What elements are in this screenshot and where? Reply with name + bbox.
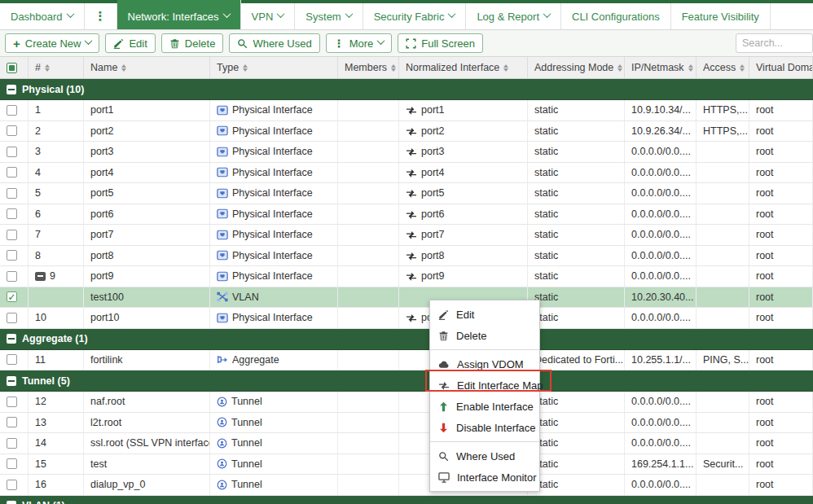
interface-type: Tunnel (231, 437, 262, 449)
interface-map-icon (406, 147, 417, 156)
nav-tab-log-report[interactable]: Log & Report (466, 3, 561, 29)
row-checkbox[interactable] (7, 480, 17, 490)
table-row[interactable]: 15testTunnelstatic169.254.1.1...Securit.… (0, 454, 813, 476)
column-header-access[interactable]: Access (697, 57, 749, 78)
row-checkbox[interactable] (7, 147, 17, 157)
nav-tab-cli-configurations[interactable]: CLI Configurations (561, 3, 671, 29)
table-row[interactable]: 3port3Physical Interfaceport3static0.0.0… (0, 142, 813, 163)
nav-tab-network-interfaces[interactable]: Network: Interfaces (117, 0, 241, 29)
section-header-tunnel[interactable]: Tunnel (5) (0, 370, 813, 392)
toolbar-where-used-button[interactable]: Where Used (229, 33, 319, 53)
table-row[interactable]: 8port8Physical Interfaceport8static0.0.0… (0, 246, 813, 267)
menu-item-interface-monitor[interactable]: Interface Monitor (430, 467, 539, 488)
nav-tab-dashboard[interactable]: Dashboard (0, 3, 85, 29)
nav-tab-label: VPN (252, 11, 274, 23)
row-vdom-cell: root (749, 225, 813, 245)
menu-item-edit[interactable]: Edit (430, 304, 539, 325)
select-all-header[interactable] (0, 57, 29, 78)
table-row[interactable]: 4port4Physical Interfaceport4static0.0.0… (0, 163, 813, 184)
chevron-down-icon (345, 10, 353, 18)
nav-tab-security-fabric[interactable]: Security Fabric (363, 3, 467, 29)
row-vdom-cell: root (749, 100, 813, 121)
column-header-normalized-interface[interactable]: Normalized Interface (399, 57, 528, 78)
menu-item-edit-interface-map[interactable]: Edit Interface Map (430, 375, 539, 396)
row-checkbox[interactable] (7, 250, 17, 261)
table-row[interactable]: 16dialup_vp_0Tunnelstatic0.0.0.0/0.0....… (0, 475, 813, 496)
menu-item-enable-interface[interactable]: Enable Interface (430, 396, 539, 417)
sort-icon (740, 64, 745, 72)
table-row[interactable]: 14ssl.root (SSL VPN interface)Tunnelstat… (0, 433, 813, 454)
aggregate-icon (217, 354, 228, 365)
table-row[interactable]: 1port1Physical Interfaceport1static10.9.… (0, 100, 813, 121)
column-header-type[interactable]: Type (210, 57, 338, 78)
row-checkbox[interactable] (7, 230, 17, 240)
column-header-members[interactable]: Members (338, 57, 399, 78)
column-header-addressing-mode[interactable]: Addressing Mode (528, 57, 625, 78)
row-type-cell: Tunnel (210, 413, 338, 433)
nav-tab-label: Network: Interfaces (128, 11, 219, 23)
toolbar-delete-button[interactable]: Delete (161, 33, 224, 53)
normalized-interface: port4 (421, 167, 445, 178)
menu-item-assign-vdom[interactable]: Assign VDOM (430, 353, 539, 375)
normalized-interface: port3 (421, 146, 445, 157)
toolbar-edit-button[interactable]: Edit (105, 33, 155, 53)
nav-tab-feature-visibility[interactable]: Feature Visibility (671, 3, 771, 29)
table-row[interactable]: 7port7Physical Interfaceport7static0.0.0… (0, 225, 813, 246)
column-header-name[interactable]: Name (84, 57, 210, 78)
normalized-interface: port6 (421, 208, 445, 220)
row-vdom-cell: root (749, 204, 813, 225)
row-select-cell (0, 225, 29, 245)
row-checkbox[interactable] (7, 208, 17, 219)
table-row[interactable]: 6port6Physical Interfaceport6static0.0.0… (0, 204, 813, 226)
section-header-vlan[interactable]: VLAN (1) (0, 496, 813, 504)
row-checkbox[interactable] (7, 105, 17, 116)
row-select-cell (0, 392, 29, 412)
menu-item-where-used[interactable]: Where Used (430, 445, 539, 467)
table-row[interactable]: 11fortilinkAggregateDedicated to Forti..… (0, 350, 813, 371)
row-checkbox[interactable] (7, 397, 17, 407)
table-row[interactable]: 10port10Physical Interfaceport10static0.… (0, 308, 813, 329)
row-members-cell (338, 225, 399, 245)
select-all-checkbox[interactable] (7, 63, 17, 73)
row-checkbox[interactable] (7, 125, 17, 136)
ip-netmask: 0.0.0.0/0.0.... (631, 396, 691, 407)
row-checkbox[interactable] (7, 458, 17, 469)
row-number: 2 (35, 125, 41, 137)
row-type-cell: Physical Interface (210, 183, 338, 204)
row-checkbox[interactable] (7, 313, 17, 323)
table-row[interactable]: 2port2Physical Interfaceport2static10.9.… (0, 121, 813, 142)
menu-item-disable-interface[interactable]: Disable Interface (430, 417, 539, 438)
section-header-physical[interactable]: Physical (10) (0, 79, 813, 100)
table-row[interactable]: 13l2t.rootTunnelstatic0.0.0.0/0.0....roo… (0, 413, 813, 434)
column-label: Type (217, 62, 239, 73)
row-checkbox[interactable] (7, 167, 17, 177)
row-checkbox[interactable]: ✓ (7, 291, 17, 302)
toolbar-more-button[interactable]: ⋮More (326, 33, 393, 53)
toolbar-full-screen-button[interactable]: Full Screen (398, 33, 483, 53)
column-header--[interactable]: # (29, 57, 84, 78)
ip-netmask: 0.0.0.0/0.0.... (631, 146, 691, 157)
nav-tab-system[interactable]: System (295, 3, 363, 29)
row-checkbox[interactable] (7, 271, 17, 282)
interface-type: Tunnel (231, 417, 262, 428)
menu-item-delete[interactable]: Delete (430, 325, 539, 346)
column-header-virtual-domain[interactable]: Virtual Domain (749, 57, 813, 78)
tunnel-icon (217, 397, 227, 407)
column-header-ip-netmask[interactable]: IP/Netmask (625, 57, 697, 78)
toolbar-create-new-button[interactable]: +Create New (5, 33, 99, 53)
nav-tab-vpn[interactable]: VPN (241, 3, 296, 29)
table-row[interactable]: 9port9Physical Interfaceport9static0.0.0… (0, 266, 813, 287)
table-row[interactable]: 12naf.rootTunnelstatic0.0.0.0/0.0....roo… (0, 392, 813, 413)
section-header-aggregate[interactable]: Aggregate (1) (0, 329, 813, 350)
table-row[interactable]: ✓test100VLANstatic10.20.30.40...root (0, 287, 813, 309)
virtual-domain: root (756, 417, 774, 428)
normalized-interface: port8 (421, 250, 445, 261)
table-row[interactable]: 5port5Physical Interfaceport5static0.0.0… (0, 183, 813, 204)
collapse-children-icon[interactable] (35, 272, 46, 281)
nav-tab-[interactable]: ⋮ (85, 3, 117, 29)
row-checkbox[interactable] (7, 354, 17, 365)
row-checkbox[interactable] (7, 417, 17, 427)
row-checkbox[interactable] (7, 438, 17, 449)
row-checkbox[interactable] (7, 188, 17, 199)
search-input[interactable] (736, 33, 813, 53)
